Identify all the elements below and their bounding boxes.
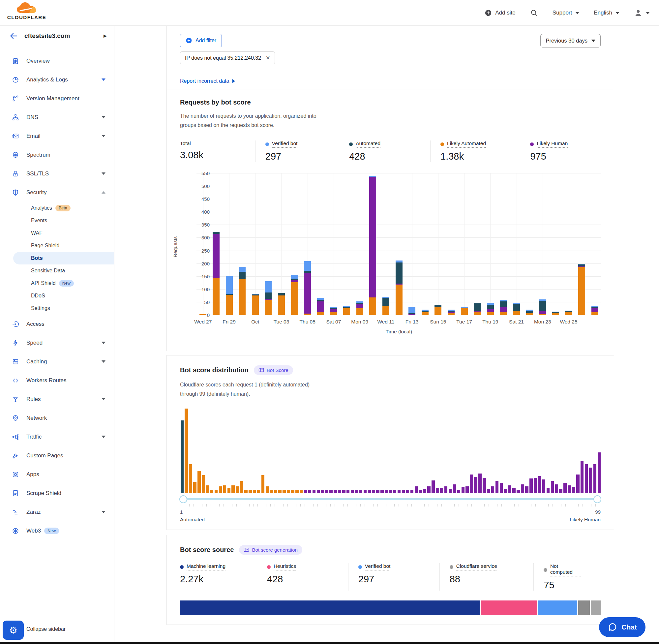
sidebar-item-label: Overview (26, 58, 50, 64)
sidebar-item-dns[interactable]: DNS (0, 108, 114, 127)
histogram-bar-score-61 (436, 488, 439, 493)
settings-gear-button[interactable]: ⚙ (3, 621, 24, 640)
x-axis-tick: Wed 25 (560, 319, 577, 325)
sidebar-item-speed[interactable]: Speed (0, 334, 114, 352)
site-expand-icon[interactable]: ▶ (103, 33, 107, 38)
slider-track[interactable] (180, 498, 601, 500)
back-arrow-icon[interactable] (9, 32, 18, 40)
histogram-bar-score-24 (278, 490, 282, 493)
stacked-bar (304, 261, 311, 315)
histogram-bar-score-37 (334, 490, 337, 493)
histogram-bar-score-21 (266, 486, 269, 493)
sidebar-item-web3[interactable]: Web3New (0, 521, 114, 540)
add-filter-button[interactable]: Add filter (180, 34, 222, 47)
bar-segment-likely-automated (552, 313, 559, 315)
histogram-bar-score-95 (581, 461, 584, 493)
search-button[interactable] (530, 9, 538, 17)
report-row: Report incorrect data (167, 73, 614, 89)
sidebar-item-workers-routes[interactable]: Workers Routes (0, 371, 114, 390)
bar-segment-automated (500, 301, 507, 307)
sidebar-item-rules[interactable]: Rules (0, 390, 114, 409)
histogram-bar-score-68 (466, 486, 469, 493)
sidebar-item-label: Custom Pages (26, 453, 63, 459)
y-axis-tick: 350 (195, 222, 210, 228)
stacked-bar (330, 307, 337, 315)
stat-label: Cloudflare service (456, 563, 497, 571)
slider-min-value: 1 (180, 509, 183, 515)
sidebar-item-network[interactable]: Network (0, 409, 114, 427)
bot-score-docs-badge[interactable]: Bot Score (254, 365, 293, 375)
sidebar-item-spectrum[interactable]: Spectrum (0, 145, 114, 164)
language-menu[interactable]: English (594, 9, 619, 16)
stat-value: 3.08k (180, 150, 245, 161)
sidebar-item-custom-pages[interactable]: Custom Pages (0, 446, 114, 465)
y-axis-tick: 50 (195, 299, 210, 305)
histogram-bar-score-43 (359, 490, 362, 493)
source-bar-segment-heuristics (481, 600, 537, 615)
filter-chip[interactable]: IP does not equal 35.212.240.32 ✕ (180, 51, 275, 64)
sidebar-item-analytics-logs[interactable]: Analytics & Logs (0, 70, 114, 89)
support-menu[interactable]: Support (552, 9, 580, 16)
slider-handle-min[interactable] (179, 495, 187, 503)
date-range-select[interactable]: Previous 30 days (540, 34, 601, 47)
y-axis-tick: 500 (195, 183, 210, 189)
sidebar-item-api-shield[interactable]: API ShieldNew (0, 277, 114, 290)
user-icon (634, 8, 642, 17)
sidebar-item-zaraz[interactable]: Zaraz (0, 503, 114, 521)
add-site-button[interactable]: Add site (485, 9, 515, 17)
new-badge: New (59, 280, 74, 286)
stacked-bar (343, 306, 350, 315)
stacked-bar (526, 309, 533, 315)
sidebar-item-overview[interactable]: Overview (0, 51, 114, 70)
cloudflare-cloud-icon (16, 2, 37, 14)
histogram-bar-score-81 (521, 484, 524, 493)
histogram-bar-score-4 (193, 482, 196, 493)
histogram-bar-score-91 (563, 483, 567, 493)
sidebar: cftestsite3.com ▶ OverviewAnalytics & Lo… (0, 26, 114, 642)
cloudflare-logo[interactable]: CLOUDFLARE (5, 2, 48, 20)
histogram-bar-score-59 (427, 486, 430, 493)
sidebar-item-sensitive-data[interactable]: Sensitive Data (0, 264, 114, 277)
bar-segment-likely-automated (239, 279, 245, 315)
histogram-bar-score-99 (598, 453, 601, 493)
sidebar-item-ssl-tls[interactable]: SSL/TLS (0, 164, 114, 183)
main-content: Add filter IP does not equal 35.212.240.… (166, 26, 614, 625)
histogram-bar-score-76 (500, 483, 503, 493)
sidebar-item-page-shield[interactable]: Page Shield (0, 239, 114, 252)
sidebar-item-scrape-shield[interactable]: Scrape Shield (0, 484, 114, 503)
sidebar-item-bots[interactable]: Bots (13, 252, 114, 264)
sidebar-item-apps[interactable]: Apps (0, 465, 114, 484)
source-card: Bot score source Bot score generation Ma… (166, 535, 614, 625)
site-name: cftestsite3.com (24, 32, 103, 40)
sidebar-item-analytics[interactable]: AnalyticsBeta (0, 202, 114, 214)
report-incorrect-data-link[interactable]: Report incorrect data (180, 78, 235, 84)
sidebar-item-caching[interactable]: Caching (0, 352, 114, 371)
user-menu[interactable] (634, 8, 650, 17)
histogram-bar-score-14 (236, 486, 239, 493)
sidebar-item-traffic[interactable]: Traffic (0, 427, 114, 446)
sidebar-item-waf[interactable]: WAF (0, 227, 114, 239)
sidebar-item-label: Scrape Shield (26, 490, 61, 497)
sidebar-item-ddos[interactable]: DDoS (0, 290, 114, 302)
sidebar-item-email[interactable]: Email (0, 127, 114, 145)
sidebar-item-events[interactable]: Events (0, 214, 114, 227)
chat-button[interactable]: Chat (599, 617, 645, 637)
bot-score-generation-badge[interactable]: Bot score generation (239, 545, 302, 555)
chevron-down-icon (101, 511, 105, 513)
histogram-bar-score-1 (181, 420, 184, 493)
ssl-tls-icon (12, 170, 19, 178)
source-bar-segment-machine-learning (180, 600, 480, 615)
bar-segment-likely-human (591, 308, 598, 312)
histogram-bar-score-79 (512, 488, 516, 493)
histogram-bar-score-64 (449, 489, 452, 493)
sidebar-item-security[interactable]: Security (0, 183, 114, 202)
screenshot-bottom-edge (0, 642, 659, 644)
sidebar-item-settings[interactable]: Settings (0, 302, 114, 315)
sidebar-item-access[interactable]: Access (0, 315, 114, 334)
slider-handle-max[interactable] (593, 495, 601, 503)
remove-filter-icon[interactable]: ✕ (266, 55, 270, 61)
distribution-card: Bot score distribution Bot Score Cloudfl… (166, 355, 614, 530)
histogram-bar-score-69 (470, 475, 473, 493)
stacked-bar (396, 260, 402, 315)
sidebar-item-version-management[interactable]: Version Management (0, 89, 114, 108)
